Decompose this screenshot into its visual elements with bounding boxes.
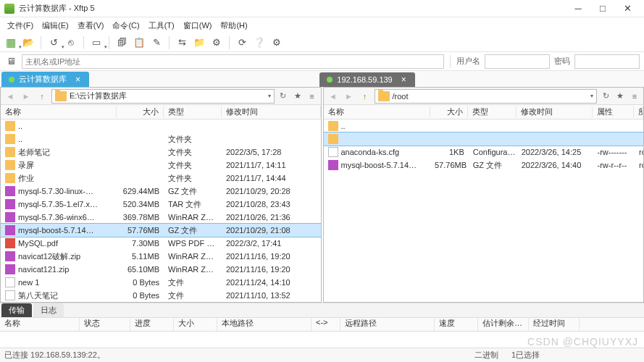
file-row[interactable] bbox=[324, 132, 644, 146]
folder-icon bbox=[55, 91, 67, 101]
fwd-icon[interactable]: ► bbox=[20, 90, 33, 103]
help-icon[interactable]: ❔ bbox=[253, 36, 266, 49]
minimize-button[interactable]: ─ bbox=[566, 1, 590, 17]
up-icon[interactable]: ↑ bbox=[35, 90, 49, 103]
file-row[interactable]: .. bbox=[1, 119, 321, 132]
session-tabs: 云计算数据库 × 192.168.59.139 × bbox=[0, 71, 644, 87]
menu-item[interactable]: 编辑(E) bbox=[39, 19, 72, 33]
col-header[interactable]: 类型 bbox=[468, 106, 517, 117]
menu-item[interactable]: 查看(V) bbox=[75, 19, 107, 33]
bottom-tab[interactable]: 传输 bbox=[1, 303, 32, 317]
back-icon[interactable]: ◄ bbox=[327, 90, 340, 103]
xfer-col[interactable]: <-> bbox=[311, 318, 340, 331]
tab-local[interactable]: 云计算数据库 × bbox=[1, 72, 89, 87]
up-icon[interactable]: ↑ bbox=[359, 90, 372, 103]
close-icon[interactable]: × bbox=[401, 75, 406, 85]
options-icon[interactable]: ⚙ bbox=[270, 36, 283, 49]
folder-icon bbox=[5, 147, 15, 157]
newfolder-icon[interactable]: 📁 bbox=[193, 36, 206, 49]
col-header[interactable]: 大小 bbox=[117, 106, 164, 117]
panes: ◄ ► ↑ E:\云计算数据库 ▾ ↻ ★ ≡ 名称大小类型修改时间 ....文… bbox=[0, 87, 644, 303]
tab-remote[interactable]: 192.168.59.139 × bbox=[319, 72, 414, 87]
xfer-col[interactable]: 远程路径 bbox=[340, 318, 435, 331]
file-row[interactable]: 录屏文件夹2021/11/7, 14:11 bbox=[1, 159, 321, 172]
close-button[interactable]: ✕ bbox=[615, 1, 640, 17]
menu-item[interactable]: 文件(F) bbox=[4, 19, 36, 33]
menu-item[interactable]: 命令(C) bbox=[109, 19, 142, 33]
local-path-box[interactable]: E:\云计算数据库 ▾ bbox=[51, 89, 275, 104]
file-row[interactable]: mysql-boost-5.7.14…57.76MBGZ 文件2022/3/26… bbox=[324, 159, 644, 172]
disconnect-icon[interactable]: ⎋ bbox=[64, 36, 78, 49]
host-input[interactable] bbox=[22, 54, 444, 69]
xfer-col[interactable]: 估计剩余… bbox=[478, 318, 529, 331]
file-row[interactable]: .. bbox=[324, 119, 644, 132]
reconnect-icon[interactable]: ↺▾ bbox=[47, 36, 60, 49]
file-row[interactable]: 老师笔记文件夹2022/3/5, 17:28 bbox=[1, 146, 321, 159]
file-row[interactable]: navicat12破解.zip5.11MBWinRAR Z…2021/11/16… bbox=[1, 250, 321, 263]
file-row[interactable]: 作业文件夹2021/11/7, 14:44 bbox=[1, 172, 321, 185]
col-header[interactable]: 修改时间 bbox=[222, 106, 321, 117]
maximize-button[interactable]: □ bbox=[590, 1, 615, 17]
xfer-col[interactable]: 进度 bbox=[130, 318, 174, 331]
list-icon[interactable]: ≡ bbox=[306, 90, 318, 102]
col-header[interactable]: 名称 bbox=[1, 106, 117, 117]
user-input[interactable] bbox=[485, 54, 550, 69]
bookmark-icon[interactable]: ★ bbox=[292, 90, 304, 102]
folder-icon bbox=[5, 160, 15, 170]
pass-input[interactable] bbox=[574, 54, 640, 69]
col-header[interactable]: 大小 bbox=[430, 106, 469, 117]
xfer-col[interactable]: 本地路径 bbox=[217, 318, 311, 331]
file-row[interactable]: navicat121.zip65.10MBWinRAR Z…2021/11/16… bbox=[1, 263, 321, 276]
statusbar: 已连接 192.168.59.139:22。 二进制 1已选择 bbox=[0, 348, 644, 362]
remote-path-box[interactable]: /root ▾ bbox=[375, 89, 598, 104]
col-header[interactable]: 所有者 bbox=[634, 106, 643, 117]
status-dot-icon bbox=[327, 77, 333, 83]
archive-icon bbox=[5, 186, 15, 196]
layout-icon[interactable]: ▭▾ bbox=[90, 36, 103, 49]
bookmark-icon[interactable]: ★ bbox=[614, 90, 626, 102]
file-row[interactable]: MySQL.pdf7.30MBWPS PDF …2022/3/2, 17:41 bbox=[1, 237, 321, 250]
col-header[interactable]: 修改时间 bbox=[517, 106, 593, 117]
file-row[interactable]: new 10 Bytes文件2021/11/24, 14:10 bbox=[1, 276, 321, 289]
xfer-col[interactable]: 状态 bbox=[80, 318, 130, 331]
open-icon[interactable]: 📂 bbox=[22, 36, 35, 49]
close-icon[interactable]: × bbox=[75, 75, 80, 85]
paste-icon[interactable]: 📋 bbox=[133, 36, 146, 49]
refresh-icon[interactable]: ↻ bbox=[277, 90, 289, 102]
refresh-icon[interactable]: ⟳ bbox=[235, 36, 248, 49]
file-row[interactable]: anaconda-ks.cfg1KBConfigura…2022/3/26, 1… bbox=[324, 146, 644, 159]
archive-icon bbox=[328, 160, 338, 170]
new-session-icon[interactable]: ▦▾ bbox=[4, 36, 17, 49]
menu-item[interactable]: 窗口(W) bbox=[180, 19, 215, 33]
list-icon[interactable]: ≡ bbox=[629, 90, 640, 102]
file-row[interactable]: mysql-5.7.36-winx6…369.78MBWinRAR Z…2021… bbox=[1, 211, 321, 224]
xfer-col[interactable]: 速度 bbox=[435, 318, 478, 331]
file-row[interactable]: ..文件夹 bbox=[1, 132, 321, 146]
xfer-col[interactable]: 大小 bbox=[174, 318, 217, 331]
edit-icon[interactable]: ✎ bbox=[150, 36, 163, 49]
copy-icon[interactable]: 🗐 bbox=[115, 36, 128, 49]
refresh-icon[interactable]: ↻ bbox=[600, 90, 611, 102]
archive-icon bbox=[5, 212, 15, 222]
xfer-col[interactable]: 名称 bbox=[0, 318, 80, 331]
col-header[interactable]: 属性 bbox=[593, 106, 634, 117]
sync-icon[interactable]: ⇆ bbox=[175, 36, 188, 49]
file-row[interactable]: mysql-5.7.30-linux-…629.44MBGZ 文件2021/10… bbox=[1, 185, 321, 198]
status-binary: 二进制 bbox=[474, 350, 498, 361]
local-filelist[interactable]: ....文件夹老师笔记文件夹2022/3/5, 17:28录屏文件夹2021/1… bbox=[1, 119, 321, 302]
col-header[interactable]: 名称 bbox=[324, 106, 430, 117]
file-row[interactable]: mysql-5.7.35-1.el7.x…520.34MBTAR 文件2021/… bbox=[1, 198, 321, 211]
menu-item[interactable]: 工具(T) bbox=[146, 19, 177, 33]
file-row[interactable]: 第八天笔记0 Bytes文件2021/11/10, 13:52 bbox=[1, 289, 321, 302]
bottom-tab[interactable]: 日志 bbox=[33, 303, 64, 317]
properties-icon[interactable]: ⚙ bbox=[210, 36, 223, 49]
file-row[interactable]: mysql-boost-5.7.14…57.76MBGZ 文件2021/10/2… bbox=[1, 224, 321, 237]
xfer-col[interactable]: 经过时间 bbox=[529, 318, 580, 331]
menu-item[interactable]: 帮助(H) bbox=[217, 19, 250, 33]
pdf-icon bbox=[5, 238, 15, 248]
remote-filelist[interactable]: ..anaconda-ks.cfg1KBConfigura…2022/3/26,… bbox=[324, 119, 644, 302]
user-label: 用户名 bbox=[456, 56, 480, 67]
col-header[interactable]: 类型 bbox=[164, 106, 222, 117]
fwd-icon[interactable]: ► bbox=[343, 90, 356, 103]
back-icon[interactable]: ◄ bbox=[4, 90, 17, 103]
